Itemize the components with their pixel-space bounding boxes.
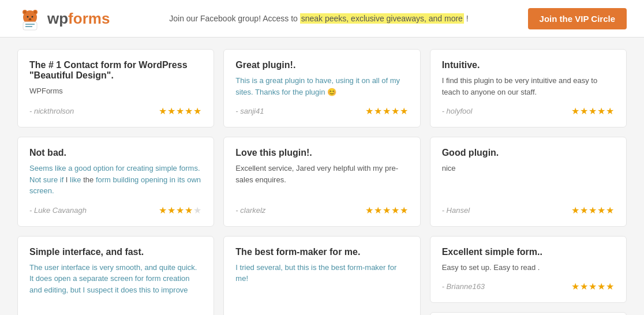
card-4-author: - Luke Cavanagh bbox=[29, 206, 87, 215]
card-3-author: - holyfool bbox=[442, 107, 473, 115]
card-4-footer: - Luke Cavanagh ★★★★★ bbox=[29, 205, 202, 216]
card-2-stars: ★★★★★ bbox=[365, 106, 409, 117]
card-6-author: - Hansel bbox=[442, 206, 470, 215]
card-9-author: - Brianne163 bbox=[442, 282, 485, 291]
card-3-body: I find this plugin to be very intuitive … bbox=[442, 75, 615, 97]
card-9-footer: - Brianne163 ★★★★★ bbox=[442, 281, 615, 292]
wpforms-logo-icon bbox=[17, 6, 43, 31]
card-3-stars: ★★★★★ bbox=[571, 106, 615, 117]
svg-rect-9 bbox=[23, 22, 37, 30]
card-6-body: nice bbox=[442, 163, 615, 197]
svg-point-6 bbox=[32, 16, 33, 18]
review-card-5: Love this plugin!. Excellent service, Ja… bbox=[223, 137, 420, 227]
card-4-stars: ★★★★★ bbox=[159, 205, 202, 216]
card-column-3-bottom: Excellent simple form.. Easy to set up. … bbox=[430, 236, 627, 316]
logo-text: wpforms bbox=[47, 10, 110, 28]
card-1-author: - nickthrolson bbox=[29, 107, 74, 115]
promo-text-before: Join our Facebook group! Access to bbox=[169, 14, 299, 23]
card-6-footer: - Hansel ★★★★★ bbox=[442, 205, 615, 216]
card-2-title: Great plugin!. bbox=[235, 60, 408, 70]
card-1-body: WPForms bbox=[29, 85, 202, 97]
card-2-author: - sanji41 bbox=[235, 107, 264, 115]
reviews-grid: The # 1 Contact form for WordPress "Beau… bbox=[17, 49, 627, 315]
card-5-author: - clarkelz bbox=[235, 206, 265, 215]
card-6-title: Good plugin. bbox=[442, 148, 615, 158]
card-4-body: Seems like a good option for creating si… bbox=[29, 163, 202, 197]
promo-highlight: sneak peeks, exclusive giveaways, and mo… bbox=[300, 13, 464, 24]
card-5-stars: ★★★★★ bbox=[365, 205, 409, 216]
card-1-footer: - nickthrolson ★★★★★ bbox=[29, 106, 202, 117]
review-card-2: Great plugin!. This is a great plugin to… bbox=[223, 49, 420, 127]
card-3-title: Intuitive. bbox=[442, 60, 615, 70]
svg-point-5 bbox=[27, 16, 29, 18]
review-card-1: The # 1 Contact form for WordPress "Beau… bbox=[17, 49, 214, 127]
card-5-footer: - clarkelz ★★★★★ bbox=[235, 205, 408, 216]
card-9-body: Easy to set up. Easy to read . bbox=[442, 262, 615, 273]
svg-point-3 bbox=[24, 11, 27, 14]
card-7-title: Simple interface, and fast. bbox=[29, 247, 202, 257]
review-card-6: Good plugin. nice - Hansel ★★★★★ bbox=[430, 137, 627, 227]
card-9-title: Excellent simple form.. bbox=[442, 247, 615, 257]
review-card-8: The best form-maker for me. I tried seve… bbox=[223, 236, 420, 316]
review-card-4: Not bad. Seems like a good option for cr… bbox=[17, 137, 214, 227]
card-5-title: Love this plugin!. bbox=[235, 148, 408, 158]
card-3-footer: - holyfool ★★★★★ bbox=[442, 106, 615, 117]
review-card-7: Simple interface, and fast. The user int… bbox=[17, 236, 214, 316]
review-card-10: Excellent!. bbox=[430, 312, 627, 315]
page-header: wpforms Join our Facebook group! Access … bbox=[0, 0, 644, 38]
card-1-title: The # 1 Contact form for WordPress "Beau… bbox=[29, 60, 202, 81]
card-7-body: The user interface is very smooth, and q… bbox=[29, 262, 202, 316]
card-2-footer: - sanji41 ★★★★★ bbox=[235, 106, 408, 117]
svg-point-8 bbox=[29, 18, 31, 20]
logo: wpforms bbox=[17, 6, 110, 31]
card-1-stars: ★★★★★ bbox=[159, 106, 202, 117]
card-8-title: The best form-maker for me. bbox=[235, 247, 408, 257]
review-card-9: Excellent simple form.. Easy to set up. … bbox=[430, 236, 627, 303]
promo-text-after: ! bbox=[466, 14, 469, 23]
svg-point-4 bbox=[34, 11, 37, 14]
card-6-stars: ★★★★★ bbox=[571, 205, 615, 216]
card-9-stars: ★★★★★ bbox=[571, 281, 615, 292]
promo-message: Join our Facebook group! Access to sneak… bbox=[110, 14, 527, 23]
card-4-title: Not bad. bbox=[29, 148, 202, 158]
card-2-body: This is a great plugin to have, using it… bbox=[235, 75, 408, 97]
main-content: The # 1 Contact form for WordPress "Beau… bbox=[0, 38, 644, 315]
review-card-3: Intuitive. I find this plugin to be very… bbox=[430, 49, 627, 127]
vip-circle-button[interactable]: Join the VIP Circle bbox=[528, 8, 627, 29]
card-5-body: Excellent service, Jared very helpful wi… bbox=[235, 163, 408, 197]
card-8-body: I tried several, but this is the best fo… bbox=[235, 262, 408, 315]
